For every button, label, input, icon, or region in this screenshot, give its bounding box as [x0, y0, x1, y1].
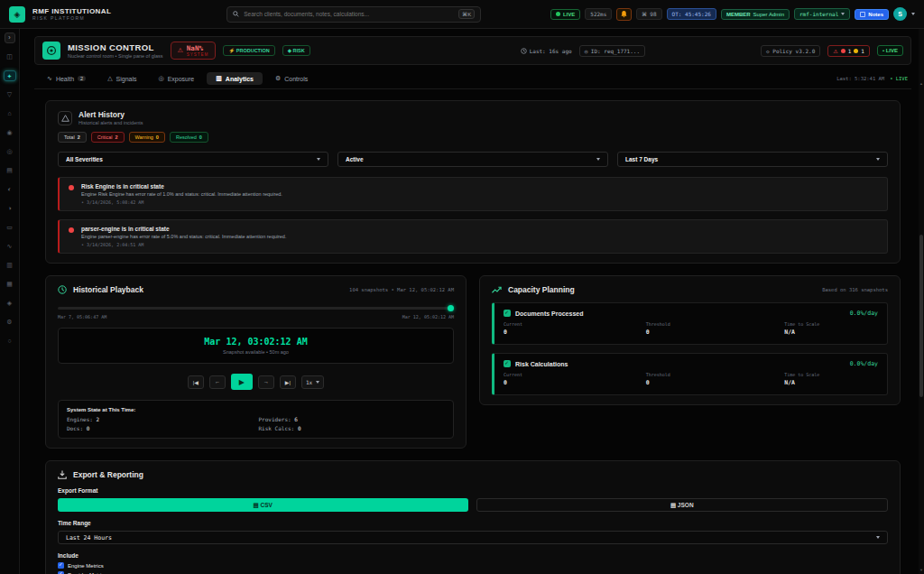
sidebar-item-network[interactable]: ◎ — [4, 146, 16, 157]
sidebar-item-settings[interactable]: ⚙ — [4, 317, 16, 328]
alert-timestamp: • 3/14/2026, 2:04:51 AM — [81, 242, 286, 247]
slider-thumb[interactable] — [448, 305, 454, 311]
snapshot-status: Snapshot available • 50m ago — [59, 349, 453, 355]
alert-history-card: Alert History Historical alerts and inci… — [45, 100, 901, 264]
time-range-label: Time Range — [58, 520, 888, 526]
member-role-badge[interactable]: MEMBERSuper Admin — [721, 9, 790, 20]
alert-row[interactable]: Risk Engine is in critical state Engine … — [58, 177, 888, 211]
skip-back-button[interactable]: |◀ — [188, 375, 204, 389]
play-button[interactable]: ▶ — [231, 374, 253, 390]
alert-warning-icon: ⚠ — [833, 48, 837, 54]
latency-badge: 522ms — [585, 8, 612, 20]
alert-row[interactable]: parser-engine is in critical state Engin… — [58, 219, 888, 254]
tab-controls[interactable]: ⚙ Controls — [266, 72, 317, 85]
tab-signals[interactable]: △ Signals — [98, 72, 145, 85]
mission-control-titles: MISSION CONTROL Nuclear control room • S… — [68, 42, 163, 59]
chevron-down-icon — [596, 158, 600, 161]
scroll-up-icon[interactable]: ▲ — [919, 81, 924, 86]
playback-time-display: Mar 12, 03:02:12 AM Snapshot available •… — [58, 328, 454, 364]
scroll-down-icon[interactable]: ▼ — [919, 568, 924, 572]
playback-title: Historical Playback — [73, 285, 143, 294]
workspace-badge[interactable]: rmf-internal — [794, 8, 850, 20]
sidebar-item-activity[interactable]: ∿ — [4, 241, 16, 252]
user-menu-chevron-icon[interactable] — [911, 13, 915, 15]
search-shortcut-kbd: ⌘K — [458, 9, 475, 19]
live-dot-icon — [556, 12, 560, 16]
exposure-icon: ◎ — [159, 75, 164, 82]
playback-meta: 104 snapshots • Mar 12, 05:02:12 AM — [349, 287, 454, 292]
health-icon: ∿ — [47, 75, 52, 82]
last-updated-text: Last: 16s ago — [521, 48, 572, 54]
tab-exposure[interactable]: ◎ Exposure — [150, 72, 204, 85]
controls-icon: ⚙ — [275, 75, 281, 82]
command-icon: ⌘ — [642, 11, 647, 17]
metric-name: Documents Processed — [515, 310, 583, 317]
scrollbar-thumb[interactable] — [919, 235, 923, 397]
state-risk-calcs: Risk Calcs: 0 — [259, 425, 446, 431]
sidebar-item-documents[interactable]: ▤ — [4, 165, 16, 176]
request-id-badge: ◎ ID: req_1771... — [579, 45, 645, 57]
mission-control-header: MISSION CONTROL Nuclear control room • S… — [34, 36, 911, 65]
sidebar-item-shield[interactable]: ▽ — [4, 89, 16, 100]
critical-count: 1 — [848, 48, 852, 54]
sidebar-toggle-button[interactable]: › — [5, 32, 15, 43]
warning-icon: ⚠ — [178, 47, 183, 54]
sidebar-item-layers[interactable]: ◈ — [4, 298, 16, 309]
severity-filter-select[interactable]: All Severities — [58, 152, 328, 167]
notification-bell-button[interactable] — [616, 8, 632, 21]
playback-slider[interactable] — [58, 305, 454, 311]
warning-dot-icon — [854, 49, 858, 53]
chevron-down-icon — [317, 158, 320, 161]
clock-icon — [521, 48, 527, 54]
live-status-badge: LIVE — [550, 9, 580, 20]
analytics-icon: ▥ — [216, 75, 222, 82]
metric-name: Risk Calculations — [515, 361, 568, 367]
tab-health[interactable]: ∿ Health 2 — [38, 72, 95, 85]
tab-analytics[interactable]: ▥ Analytics — [207, 72, 263, 85]
speed-select[interactable]: 1x — [301, 375, 324, 389]
header-live-badge: • LIVE — [877, 45, 903, 56]
capacity-metric-risk-calcs: Risk Calculations 0.0%/day Current0 Thre… — [492, 353, 888, 395]
format-csv-button[interactable]: ▤ CSV — [58, 498, 468, 512]
sidebar-item-mission-control[interactable]: ✦ — [4, 70, 16, 81]
chevron-down-icon — [876, 536, 880, 539]
range-filter-select[interactable]: Last 7 Days — [617, 152, 888, 167]
export-format-label: Export Format — [58, 487, 888, 494]
trending-up-icon — [492, 286, 502, 294]
step-back-button[interactable]: ← — [209, 375, 226, 389]
critical-dot-icon — [69, 185, 74, 190]
checkbox-engine-metrics[interactable]: Engine Metrics — [58, 562, 888, 569]
playback-controls: |◀ ← ▶ → ▶| 1x — [58, 374, 454, 390]
state-providers: Providers: 6 — [259, 416, 446, 422]
time-to-scale-value: N/A — [784, 379, 878, 386]
sidebar-item-chat[interactable]: ▭ — [4, 222, 16, 233]
sidebar-item-clients[interactable]: ◫ — [4, 51, 16, 62]
sidebar-item-lock[interactable]: ⌂ — [4, 108, 16, 119]
skip-forward-button[interactable]: ▶| — [280, 375, 296, 389]
risk-badge: ◆ RISK — [282, 45, 310, 56]
tabbar-status: Last: 5:32:41 AM • LIVE — [836, 76, 908, 81]
check-icon — [504, 310, 511, 317]
sidebar-item-status[interactable]: ◉ — [4, 127, 16, 138]
sidebar-item-monitor[interactable]: ◑ — [4, 203, 16, 214]
system-health-value: NaN% — [187, 44, 209, 52]
sidebar-item-insights[interactable]: ◐ — [4, 184, 16, 195]
alert-title: parser-engine is in critical state — [81, 226, 286, 232]
alert-counts-badge[interactable]: ⚠ 1 1 — [827, 45, 870, 57]
user-avatar[interactable]: S — [893, 7, 907, 21]
search-input[interactable] — [244, 11, 454, 17]
step-forward-button[interactable]: → — [258, 375, 274, 389]
threshold-value: 0 — [646, 329, 785, 336]
tab-bar: ∿ Health 2 △ Signals ◎ Exposure ▥ Analyt… — [34, 70, 911, 89]
status-filter-select[interactable]: Active — [337, 152, 608, 167]
global-search[interactable]: ⌘K — [226, 6, 481, 23]
policy-version-badge[interactable]: ◇ Policy v3.2.0 — [761, 45, 820, 57]
command-counter-badge[interactable]: ⌘98 — [636, 8, 661, 20]
page-scrollbar[interactable]: ▲ ▼ — [919, 29, 924, 574]
sidebar-item-archive[interactable]: ▦ — [4, 279, 16, 290]
format-json-button[interactable]: ▤ JSON — [476, 498, 889, 512]
sidebar-item-files[interactable]: ▥ — [4, 260, 16, 271]
sidebar-item-security[interactable]: ○ — [4, 336, 16, 347]
notes-button[interactable]: Notes — [855, 9, 889, 20]
time-range-select[interactable]: Last 24 Hours — [58, 531, 888, 544]
